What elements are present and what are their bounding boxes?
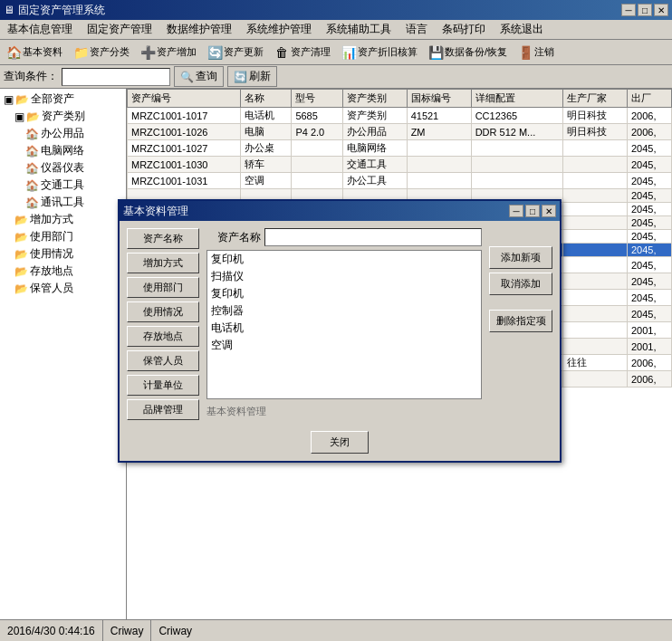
search-label: 查询条件： [4, 69, 58, 84]
col-header-detail: 详细配置 [471, 90, 562, 108]
tree-asset-category[interactable]: ▣ 📂 资产类别 [13, 108, 124, 125]
table-cell-7: 2001, [627, 339, 671, 355]
search-button[interactable]: 🔍 查询 [174, 66, 224, 87]
status-company1: Criway [103, 620, 152, 641]
table-cell-1: 办公桌 [241, 140, 292, 157]
dialog-delete-button[interactable]: 删除指定项 [489, 310, 552, 332]
col-header-code: 国标编号 [407, 90, 471, 108]
dialog-dropdown-list[interactable]: 复印机 扫描仪 复印机 控制器 电话机 空调 [206, 250, 482, 399]
dialog-btn-location[interactable]: 存放地点 [127, 326, 199, 347]
table-cell-7: 2006, [627, 371, 671, 387]
dropdown-item-5[interactable]: 空调 [207, 337, 481, 354]
table-cell-1: 电脑 [241, 124, 292, 140]
col-header-maker: 生产厂家 [562, 90, 627, 108]
dialog-btn-custodian[interactable]: 保管人员 [127, 350, 199, 371]
table-cell-6 [562, 230, 627, 244]
dialog-close-btn[interactable]: 关闭 [311, 431, 369, 454]
tree-usage[interactable]: 📂 使用情况 [13, 245, 124, 263]
dialog-btn-unit[interactable]: 计量单位 [127, 375, 199, 396]
tree-location[interactable]: 📂 存放地点 [13, 263, 124, 280]
menu-system-tools[interactable]: 系统辅助工具 [319, 20, 398, 39]
tree-expand-icon: ▣ [4, 93, 14, 106]
tree-custodian[interactable]: 📂 保管人员 [13, 280, 124, 297]
table-cell-5 [471, 173, 562, 189]
table-cell-1: 电话机 [241, 108, 292, 124]
toolbar-asset-update-label: 资产更新 [224, 45, 264, 59]
toolbar-asset-add[interactable]: ➕ 资产增加 [136, 43, 201, 62]
toolbar-asset-clear[interactable]: 🗑 资产清理 [270, 43, 335, 62]
dialog-footer: 关闭 [120, 427, 560, 461]
update-icon: 🔄 [207, 45, 222, 60]
tree-root[interactable]: ▣ 📂 全部资产 [2, 91, 124, 108]
menu-exit[interactable]: 系统退出 [493, 20, 551, 39]
dialog-center-panel: 资产名称 复印机 扫描仪 复印机 控制器 电话机 空调 基本资料管理 [206, 228, 482, 420]
dialog-btn-department[interactable]: 使用部门 [127, 277, 199, 298]
search-input[interactable] [62, 68, 170, 86]
table-row[interactable]: MRZC1001-1030轿车交通工具2045, [128, 157, 672, 173]
tree-computer-network[interactable]: 🏠 电脑网络 [24, 142, 124, 159]
tree-computer-network-label: 电脑网络 [41, 143, 84, 158]
tree-communication[interactable]: 🏠 通讯工具 [24, 194, 124, 211]
tree-instruments-label: 仪器仪表 [41, 160, 84, 176]
backup-icon: 💾 [428, 45, 443, 60]
menu-language[interactable]: 语言 [398, 20, 435, 39]
toolbar-basic-data[interactable]: 🏠 基本资料 [2, 43, 67, 62]
table-cell-5: CC12365 [471, 108, 562, 124]
dropdown-item-0[interactable]: 复印机 [207, 251, 481, 268]
dialog-close-button[interactable]: ✕ [542, 205, 556, 217]
dialog-add-new-button[interactable]: 添加新项 [489, 246, 552, 269]
dialog-field-label: 资产名称 [206, 230, 261, 245]
table-row[interactable]: MRZC1001-1027办公桌电脑网络2045, [128, 140, 672, 157]
tree-instruments[interactable]: 🏠 仪器仪表 [24, 159, 124, 177]
dropdown-item-2[interactable]: 复印机 [207, 285, 481, 302]
tree-office-supplies[interactable]: 🏠 办公用品 [24, 125, 124, 142]
table-cell-6 [562, 216, 627, 230]
refresh-button[interactable]: 🔄 刷新 [227, 66, 277, 87]
search-button-label: 查询 [196, 69, 217, 84]
dialog-cancel-add-button[interactable]: 取消添加 [489, 273, 552, 295]
table-cell-7: 2045, [627, 140, 671, 157]
table-cell-6: 明日科技 [562, 124, 627, 140]
table-cell-2: 5685 [292, 108, 342, 124]
logout-icon: 🚪 [518, 45, 533, 60]
toolbar-asset-update[interactable]: 🔄 资产更新 [203, 43, 268, 62]
dialog-btn-brand[interactable]: 品牌管理 [127, 399, 199, 420]
tree-add-method[interactable]: 📂 增加方式 [13, 211, 124, 228]
tree-transport[interactable]: 🏠 交通工具 [24, 177, 124, 194]
dialog-field-input[interactable] [264, 228, 482, 246]
close-button[interactable]: ✕ [654, 4, 668, 16]
dialog-right-panel: 添加新项 取消添加 删除指定项 [489, 228, 552, 420]
toolbar-logout[interactable]: 🚪 注销 [514, 43, 559, 62]
menu-basic-info[interactable]: 基本信息管理 [0, 20, 80, 39]
folder-dept-icon: 📂 [14, 231, 28, 244]
dialog-maximize-button[interactable]: □ [525, 205, 540, 217]
app-icon: 🖥 [4, 4, 14, 16]
dialog-btn-add-method[interactable]: 增加方式 [127, 253, 199, 273]
dropdown-item-1[interactable]: 扫描仪 [207, 268, 481, 285]
menu-system-maintain[interactable]: 系统维护管理 [239, 20, 319, 39]
dropdown-item-3[interactable]: 控制器 [207, 302, 481, 320]
toolbar-depreciation[interactable]: 📊 资产折旧核算 [337, 43, 422, 62]
table-row[interactable]: MRZC1001-1017电话机5685资产类别41521CC12365明日科技… [128, 108, 672, 124]
toolbar-asset-clear-label: 资产清理 [291, 45, 331, 59]
dialog-btn-usage[interactable]: 使用情况 [127, 301, 199, 322]
table-cell-3: 办公工具 [342, 173, 407, 189]
maximize-button[interactable]: □ [638, 4, 652, 16]
dropdown-item-4[interactable]: 电话机 [207, 320, 481, 337]
table-row[interactable]: MRZC1001-1031空调办公工具2045, [128, 173, 672, 189]
dialog-btn-asset-name[interactable]: 资产名称 [127, 228, 199, 249]
app-wrapper: 🖥 固定资产管理系统 ─ □ ✕ 基本信息管理 固定资产管理 数据维护管理 系统… [0, 0, 672, 641]
tree-department[interactable]: 📂 使用部门 [13, 228, 124, 245]
toolbar-backup[interactable]: 💾 数据备份/恢复 [424, 43, 512, 62]
table-cell-3: 交通工具 [342, 157, 407, 173]
toolbar-asset-category[interactable]: 📁 资产分类 [69, 43, 134, 62]
menu-fixed-assets[interactable]: 固定资产管理 [80, 20, 159, 39]
tree-location-label: 存放地点 [30, 263, 73, 279]
dialog-minimize-button[interactable]: ─ [509, 205, 523, 217]
col-header-name: 名称 [241, 90, 292, 108]
tree-department-label: 使用部门 [30, 229, 73, 244]
minimize-button[interactable]: ─ [621, 4, 636, 16]
table-row[interactable]: MRZC1001-1026电脑P4 2.0办公用品ZMDDR 512 M...明… [128, 124, 672, 140]
menu-data-maintain[interactable]: 数据维护管理 [159, 20, 239, 39]
menu-barcode-print[interactable]: 条码打印 [435, 20, 493, 39]
